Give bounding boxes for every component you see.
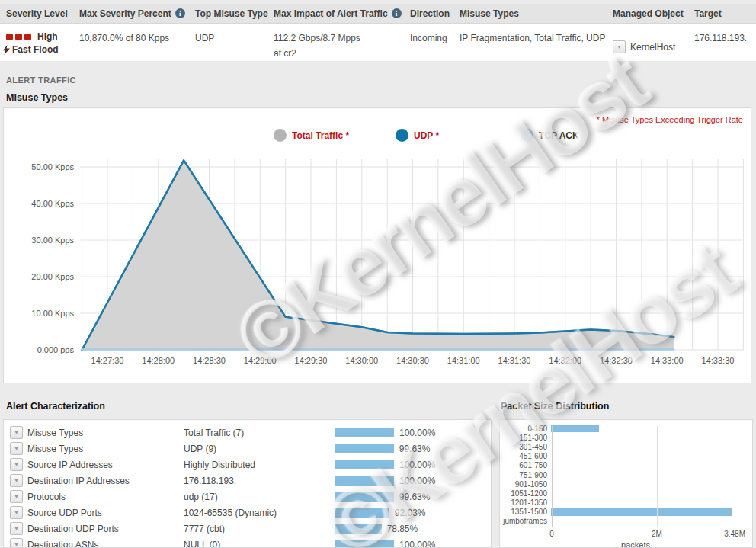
chart-title-misuse-types: Misuse Types bbox=[6, 92, 68, 103]
packet-gridline bbox=[657, 426, 658, 527]
packet-size-row: 601-750 bbox=[500, 461, 752, 470]
severity-dot bbox=[6, 34, 13, 40]
characterization-category: Destination IP Addresses bbox=[27, 476, 184, 486]
column-header-target: Target bbox=[694, 8, 722, 19]
percent-label: 78.85% bbox=[387, 524, 418, 534]
characterization-category: Source UDP Ports bbox=[27, 508, 184, 518]
svg-text:14:31:30: 14:31:30 bbox=[498, 356, 531, 365]
svg-text:14:29:30: 14:29:30 bbox=[295, 356, 328, 365]
characterization-row: ▾Destination UDP Ports7777 (cbt)78.85% bbox=[4, 521, 491, 537]
packet-axis-line bbox=[552, 426, 553, 527]
packet-size-category: 1201-1350 bbox=[500, 498, 551, 507]
packet-size-row: jumboframes bbox=[500, 517, 752, 526]
fast-flood-label: Fast Flood bbox=[12, 44, 59, 55]
svg-text:14:31:00: 14:31:00 bbox=[447, 356, 480, 365]
characterization-category: Source IP Addresses bbox=[27, 460, 184, 470]
packet-size-category: 751-900 bbox=[500, 471, 551, 479]
packet-size-category: 0-150 bbox=[500, 425, 551, 433]
summary-table-header: Severity Level Max Severity Percenti Top… bbox=[0, 4, 756, 24]
svg-text:14:27:30: 14:27:30 bbox=[91, 356, 124, 365]
svg-text:30.00 Kpps: 30.00 Kpps bbox=[31, 236, 74, 245]
characterization-value: UDP (9) bbox=[184, 444, 335, 454]
svg-text:10.00 Kpps: 10.00 Kpps bbox=[31, 309, 74, 318]
info-icon[interactable]: i bbox=[175, 8, 185, 18]
characterization-row: ▾Source UDP Ports1024-65535 (Dynamic)92.… bbox=[4, 505, 491, 521]
percent-bar bbox=[335, 540, 394, 548]
characterization-category: Protocols bbox=[27, 492, 184, 502]
characterization-row: ▾Destination ASNsNULL (0)100.00% bbox=[4, 537, 491, 548]
percent-bar bbox=[335, 524, 382, 534]
column-header-managed-object: Managed Object bbox=[613, 8, 684, 19]
characterization-category: Destination UDP Ports bbox=[27, 524, 184, 534]
top-misuse-type-value: UDP bbox=[189, 24, 267, 61]
svg-text:14:32:30: 14:32:30 bbox=[600, 356, 633, 365]
row-expand-dropdown-button[interactable]: ▾ bbox=[10, 442, 23, 455]
svg-text:14:28:30: 14:28:30 bbox=[193, 356, 226, 365]
alert-traffic-chart: 0.000 pps10.00 Kpps20.00 Kpps30.00 Kpps4… bbox=[4, 108, 751, 383]
packet-size-bar bbox=[551, 508, 732, 516]
info-icon[interactable]: i bbox=[392, 8, 402, 18]
packet-axis-label: packets bbox=[621, 540, 650, 548]
managed-object-value: KernelHost bbox=[630, 42, 675, 53]
severity-dot bbox=[15, 34, 22, 40]
percent-bar bbox=[335, 508, 389, 518]
svg-text:14:29:00: 14:29:00 bbox=[244, 356, 277, 365]
row-expand-dropdown-button[interactable]: ▾ bbox=[10, 522, 23, 535]
packet-size-row: 0-150 bbox=[500, 424, 752, 433]
percent-label: 100.00% bbox=[399, 460, 435, 470]
percent-bar bbox=[335, 444, 394, 453]
max-severity-percent-value: 10,870.0% of 80 Kpps bbox=[73, 24, 189, 61]
row-expand-dropdown-button[interactable]: ▾ bbox=[10, 538, 23, 548]
packet-size-category: 301-450 bbox=[500, 443, 551, 451]
packet-size-row: 151-300 bbox=[500, 433, 752, 442]
characterization-row: ▾Misuse TypesUDP (9)99.63% bbox=[4, 441, 491, 457]
characterization-value: Highly Distributed bbox=[184, 460, 335, 470]
max-impact-value: 112.2 Gbps/8.7 Mpps at cr2 bbox=[267, 24, 404, 61]
svg-text:0.000 pps: 0.000 pps bbox=[37, 345, 75, 354]
characterization-value: udp (17) bbox=[184, 492, 335, 502]
percent-label: 100.00% bbox=[399, 476, 435, 486]
packet-size-chart: 0-150151-300301-450451-600601-750751-900… bbox=[500, 424, 752, 530]
misuse-types-value: IP Fragmentation, Total Traffic, UDP bbox=[453, 24, 607, 61]
characterization-category: Misuse Types bbox=[27, 444, 184, 454]
row-expand-dropdown-button[interactable]: ▾ bbox=[10, 426, 23, 439]
packet-size-row: 301-450 bbox=[500, 442, 752, 451]
column-header-misuse-types: Misuse Types bbox=[460, 8, 519, 19]
row-expand-dropdown-button[interactable]: ▾ bbox=[10, 458, 23, 471]
percent-label: 100.00% bbox=[399, 428, 435, 438]
row-expand-dropdown-button[interactable]: ▾ bbox=[10, 474, 23, 487]
packet-axis-tick: 0 bbox=[549, 530, 554, 538]
packet-size-row: 901-1050 bbox=[500, 479, 752, 489]
characterization-row: ▾Destination IP Addresses176.118.193.100… bbox=[4, 473, 491, 489]
column-header-max-impact: Max Impact of Alert Traffic bbox=[274, 8, 388, 19]
percent-bar bbox=[335, 428, 394, 437]
packet-size-row: 451-600 bbox=[500, 452, 752, 461]
characterization-value: 176.118.193. bbox=[184, 476, 335, 486]
alert-characterization-panel: ▾Misuse TypesTotal Traffic (7)100.00%▾Mi… bbox=[3, 419, 492, 548]
packet-size-row: 1051-1200 bbox=[500, 489, 752, 498]
svg-text:14:30:00: 14:30:00 bbox=[345, 356, 378, 365]
percent-bar bbox=[335, 492, 394, 502]
packet-size-category: 901-1050 bbox=[500, 480, 551, 489]
packet-size-category: 601-750 bbox=[500, 461, 551, 469]
packet-size-distribution-title: Packet Size Distribution bbox=[501, 401, 609, 412]
svg-text:14:30:30: 14:30:30 bbox=[396, 356, 429, 365]
svg-text:50.00 Kpps: 50.00 Kpps bbox=[31, 162, 74, 171]
percent-label: 99.63% bbox=[399, 492, 431, 502]
percent-label: 99.63% bbox=[399, 444, 431, 454]
svg-text:14:33:30: 14:33:30 bbox=[702, 356, 735, 365]
packet-axis-tick: 3.48M bbox=[724, 530, 745, 538]
managed-object-dropdown-button[interactable]: ▾ bbox=[613, 40, 626, 53]
severity-dot bbox=[24, 34, 31, 40]
characterization-row: ▾Source IP AddressesHighly Distributed10… bbox=[4, 457, 491, 473]
row-expand-dropdown-button[interactable]: ▾ bbox=[10, 506, 23, 519]
packet-size-category: 151-300 bbox=[500, 434, 551, 442]
characterization-value: 7777 (cbt) bbox=[184, 524, 335, 534]
packet-size-row: 751-900 bbox=[500, 470, 752, 479]
row-expand-dropdown-button[interactable]: ▾ bbox=[10, 490, 23, 503]
percent-bar bbox=[335, 460, 394, 469]
svg-text:20.00 Kpps: 20.00 Kpps bbox=[31, 272, 74, 281]
column-header-top-misuse-type: Top Misuse Type bbox=[195, 8, 268, 19]
column-header-severity-level: Severity Level bbox=[6, 8, 68, 19]
packet-size-row: 1201-1350 bbox=[500, 498, 752, 508]
